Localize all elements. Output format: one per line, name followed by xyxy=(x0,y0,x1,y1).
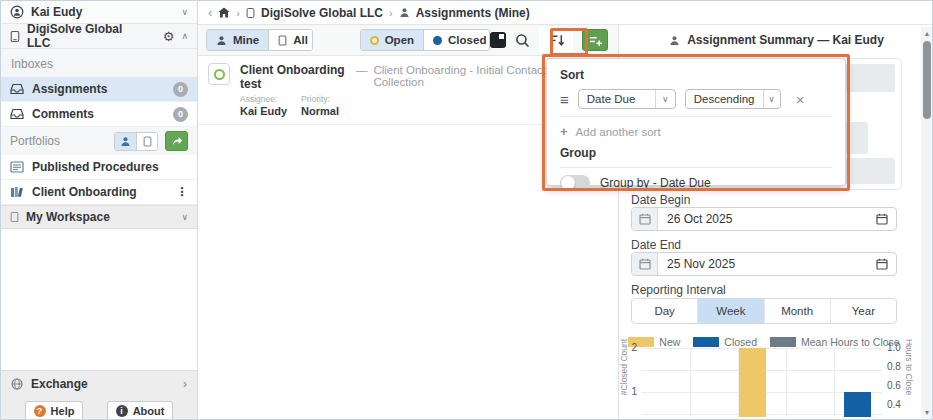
org-row[interactable]: DigiSolve Global LLC ⚙ ∧ xyxy=(1,24,197,49)
about-label: About xyxy=(133,405,165,417)
person-icon xyxy=(669,35,680,46)
info-icon: i xyxy=(116,405,128,417)
gear-icon[interactable]: ⚙ xyxy=(163,29,175,44)
calendar-picker-icon[interactable] xyxy=(876,213,888,225)
closed-filter-button[interactable]: Closed xyxy=(423,30,490,50)
workspace-icon xyxy=(10,211,19,223)
sidebar-item-my-workspace[interactable]: My Workspace ∨ xyxy=(1,205,197,229)
sidebar-item-label: Published Procedures xyxy=(32,160,159,174)
sort-button[interactable] xyxy=(539,27,573,53)
inbox-icon xyxy=(10,83,24,95)
closed-label: Closed xyxy=(448,34,486,46)
scroll-up-icon[interactable]: ▲ xyxy=(921,30,933,37)
assignments-count-badge: 0 xyxy=(173,82,188,97)
back-chevron-icon[interactable]: ‹ xyxy=(208,5,212,20)
legend-swatch-mean xyxy=(770,337,796,347)
sidebar-item-label: Comments xyxy=(32,107,94,121)
view-toggle-button[interactable] xyxy=(490,32,506,48)
calendar-icon xyxy=(632,253,658,275)
chevron-right-icon: › xyxy=(183,377,187,391)
y-axis-label-left: #Closed Count xyxy=(619,329,629,405)
gridline xyxy=(834,348,835,417)
calendar-icon xyxy=(632,208,658,230)
sidebar-item-assignments[interactable]: Assignments 0 xyxy=(1,77,197,102)
y-axis-tick-right: 0.4 xyxy=(887,399,901,410)
date-end-input[interactable]: 25 Nov 2025 xyxy=(631,252,897,276)
assignee-label: Assignee: xyxy=(240,94,287,104)
gridline xyxy=(786,348,787,417)
add-assignment-button[interactable] xyxy=(582,29,608,51)
comments-count-badge: 0 xyxy=(173,107,188,122)
y-axis-tick-right: 0.6 xyxy=(887,380,901,391)
help-button[interactable]: ? Help xyxy=(25,401,84,420)
group-toggle-label: Group by - Date Due xyxy=(600,176,711,190)
vertical-scrollbar[interactable]: ▲ ▼ xyxy=(921,27,933,419)
date-begin-input[interactable]: 26 Oct 2025 xyxy=(631,207,897,231)
chart-legend: New Closed Mean Hours to Close xyxy=(619,336,909,348)
priority-field: Priority: Normal xyxy=(301,94,339,117)
add-sort-label: Add another sort xyxy=(576,126,661,138)
assignee-field: Assignee: Kai Eudy xyxy=(240,94,287,117)
date-end-value: 25 Nov 2025 xyxy=(658,257,876,271)
all-filter-button[interactable]: All xyxy=(268,30,312,50)
scroll-down-icon[interactable]: ▼ xyxy=(921,409,933,416)
y-axis-tick-right: 1.0 xyxy=(887,342,901,353)
scrollbar-thumb[interactable] xyxy=(923,41,931,119)
add-another-sort-button[interactable]: + Add another sort xyxy=(560,124,832,139)
breadcrumb: ‹ › DigiSolve Global LLC › Assignments (… xyxy=(198,1,933,25)
portfolio-mine-toggle[interactable] xyxy=(115,133,136,150)
task-separator: — xyxy=(356,64,368,76)
y-axis-tick-right: 0.8 xyxy=(887,361,901,372)
org-icon xyxy=(246,7,255,19)
toolbar-icon-cluster xyxy=(490,27,610,53)
breadcrumb-separator: › xyxy=(236,7,240,19)
home-icon[interactable] xyxy=(218,7,230,18)
breadcrumb-separator: › xyxy=(389,7,393,19)
interval-year[interactable]: Year xyxy=(830,299,896,323)
group-by-toggle[interactable] xyxy=(560,175,590,191)
task-status-button[interactable] xyxy=(208,63,230,85)
portfolio-org-toggle[interactable] xyxy=(136,133,157,150)
sidebar-item-label: Client Onboarding xyxy=(32,185,137,199)
interval-month[interactable]: Month xyxy=(764,299,830,323)
sidebar-item-label: My Workspace xyxy=(26,210,110,224)
sort-direction-select[interactable]: Descending ∨ xyxy=(685,89,781,109)
drag-handle-icon[interactable]: ≡ xyxy=(560,91,569,108)
breadcrumb-org[interactable]: DigiSolve Global LLC xyxy=(261,6,383,20)
sidebar-item-label: Exchange xyxy=(31,377,88,391)
user-name: Kai Eudy xyxy=(31,5,82,19)
legend-label: Closed xyxy=(724,336,757,348)
sort-direction-value: Descending xyxy=(686,93,763,105)
inboxes-section-label: Inboxes xyxy=(1,49,197,77)
procedures-list-icon xyxy=(10,161,24,173)
sidebar-item-published-procedures[interactable]: Published Procedures xyxy=(1,155,197,180)
portfolio-scope-toggle xyxy=(114,132,158,151)
org-icon xyxy=(10,30,20,43)
open-filter-button[interactable]: Open xyxy=(361,30,423,50)
y-axis-label-right: Hours to Close xyxy=(904,329,914,405)
user-menu[interactable]: Kai Eudy ∨ xyxy=(1,1,197,24)
about-button[interactable]: i About xyxy=(107,401,174,420)
task-title[interactable]: Client Onboarding test xyxy=(240,63,350,91)
import-portfolio-button[interactable] xyxy=(165,131,188,151)
interval-day[interactable]: Day xyxy=(632,299,697,323)
help-icon: ? xyxy=(34,405,46,417)
portfolios-row: Portfolios xyxy=(1,127,197,155)
remove-sort-icon[interactable]: × xyxy=(796,91,805,108)
sidebar-item-exchange[interactable]: Exchange › xyxy=(1,370,197,396)
sort-popup: Sort ≡ Date Due ∨ Descending ∨ × + Add a… xyxy=(546,58,846,186)
books-icon xyxy=(10,186,24,198)
priority-value: Normal xyxy=(301,105,339,117)
mine-label: Mine xyxy=(233,34,259,46)
date-begin-label: Date Begin xyxy=(631,193,690,207)
interval-week[interactable]: Week xyxy=(697,299,763,323)
mine-filter-button[interactable]: Mine xyxy=(207,30,268,50)
toggle-knob xyxy=(561,176,575,190)
search-button[interactable] xyxy=(515,33,530,48)
sort-field-select[interactable]: Date Due ∨ xyxy=(578,89,676,109)
kebab-menu-icon[interactable]: ⋮ xyxy=(176,185,188,199)
inbox-icon xyxy=(10,108,24,120)
sidebar-item-comments[interactable]: Comments 0 xyxy=(1,102,197,127)
sidebar-item-client-onboarding[interactable]: Client Onboarding ⋮ xyxy=(1,180,197,205)
calendar-picker-icon[interactable] xyxy=(876,258,888,270)
